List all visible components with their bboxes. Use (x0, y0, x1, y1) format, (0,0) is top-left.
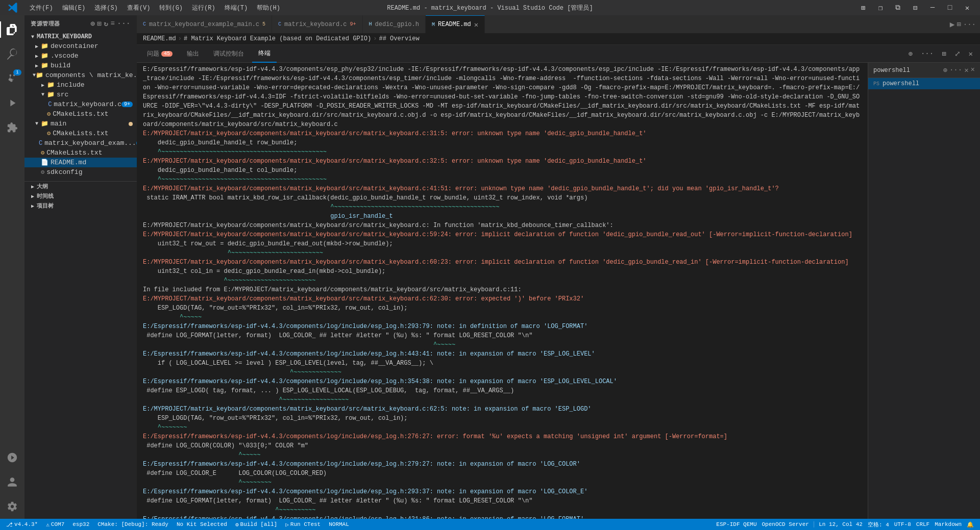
statusbar-spaces[interactable]: 空格: 4 (866, 521, 891, 528)
statusbar-run-ctest[interactable]: ▷ Run CTest (283, 521, 323, 528)
statusbar-no-kit[interactable]: No Kit Selected (175, 521, 229, 527)
tab-readme[interactable]: M README.md ✕ (426, 15, 485, 33)
window-layout-btn[interactable]: ⊞ (855, 0, 871, 15)
menu-edit[interactable]: 编辑(E) (58, 3, 90, 13)
split-editor-btn[interactable]: ⊞ (957, 20, 961, 29)
statusbar-git[interactable]: ⎇ v4.4.3* (4, 521, 40, 528)
statusbar-normal[interactable]: NORMAL (327, 521, 351, 527)
statusbar-sep1: | (812, 521, 816, 528)
window-layout-btn4[interactable]: ⊟ (908, 0, 923, 15)
menu-terminal[interactable]: 终端(T) (220, 3, 252, 13)
statusbar-encoding[interactable]: UTF-8 (892, 521, 913, 527)
window-layout-btn2[interactable]: ❐ (873, 0, 888, 15)
tree-matrix-keyboard-c[interactable]: C matrix_keyboard.c 9+ (24, 99, 137, 109)
outline-section[interactable]: ▶ 大纲 (24, 182, 137, 191)
tree-matrix-example[interactable]: C matrix_keyboard_exam... 5 (24, 138, 137, 148)
components-label: components \ matrix_ke... (45, 71, 137, 79)
more-actions-icon[interactable]: ··· (117, 19, 131, 28)
breadcrumb-h2[interactable]: ## Overview (379, 35, 419, 42)
tree-main[interactable]: ▼ 📁 main (24, 119, 137, 129)
new-folder-icon[interactable]: ⊞ (97, 19, 102, 28)
tree-readme[interactable]: 📄 README.md (24, 158, 137, 167)
statusbar-cmake[interactable]: CMake: [Debug]: Ready (95, 521, 170, 527)
activity-extensions[interactable] (0, 115, 24, 140)
statusbar-eol[interactable]: CRLF (914, 521, 932, 527)
tab-badge-main: 5 (262, 21, 265, 27)
menu-file[interactable]: 文件(F) (26, 3, 57, 13)
activity-account[interactable] (0, 470, 24, 494)
tree-cmake-root[interactable]: ⚙ CMakeLists.txt (24, 148, 137, 158)
right-panel-add-icon[interactable]: ⊕ (943, 66, 947, 74)
build-icon: ⚙ (235, 521, 239, 528)
included-from: In file included from E:/MYPROJECT/matri… (143, 285, 862, 294)
new-file-icon[interactable]: ⊕ (91, 19, 95, 28)
tab-matrix-c-label: matrix_keyboard.c (284, 21, 347, 28)
activity-run-debug[interactable] (0, 91, 24, 115)
refresh-icon[interactable]: ↻ (104, 19, 108, 28)
minimize-btn[interactable]: ─ (925, 0, 940, 15)
panel-tab-debug[interactable]: 调试控制台 (207, 45, 250, 63)
panel-tab-output[interactable]: 输出 (181, 45, 205, 63)
tree-devcontainer[interactable]: ▶ 📁 devcontainer (24, 41, 137, 51)
activity-settings[interactable] (0, 494, 24, 519)
collapse-all-icon[interactable]: ≡ (110, 19, 115, 28)
timeline-section[interactable]: ▶ 时间线 (24, 191, 137, 201)
statusbar-build[interactable]: ⚙ Build [all] (233, 521, 279, 528)
panel-close-btn[interactable]: ✕ (966, 48, 976, 59)
panel-tab-terminal[interactable]: 终端 (252, 45, 277, 63)
tree-build[interactable]: ▶ 📁 build (24, 61, 137, 70)
statusbar-notifications[interactable]: 🔔 (965, 521, 976, 528)
error7-code: #define LOG_COLOR(COLOR) "\033[0;" COLOR… (143, 441, 862, 450)
statusbar-lang[interactable]: Markdown (933, 521, 964, 527)
close-btn[interactable]: ✕ (960, 0, 975, 15)
breadcrumb-readme[interactable]: README.md (143, 35, 176, 42)
tab-matrix-main[interactable]: C matrix_keyboard_example_main.c 5 (137, 15, 272, 33)
terminal-item-powershell[interactable]: PS powershell (868, 78, 980, 89)
panel-tab-problems[interactable]: 问题 45 (141, 45, 179, 63)
folder-icon7: 📁 (41, 120, 48, 128)
terminal-content[interactable]: E:/Espressif/frameworks/esp-idf-v4.4.3/c… (137, 63, 868, 519)
activity-remote[interactable] (0, 445, 24, 470)
panel-more-btn[interactable]: ··· (918, 48, 937, 59)
tree-sdkconfig[interactable]: ⚙ sdkconfig (24, 167, 137, 177)
error1-code: dedic_gpio_bundle_handle_t row_bundle; (143, 138, 862, 147)
menu-help[interactable]: 帮助(H) (253, 3, 284, 13)
tree-cmake-components[interactable]: ⚙ CMakeLists.txt (24, 109, 137, 119)
statusbar-openocd[interactable]: OpenOCD Server (760, 521, 811, 527)
activity-explorer[interactable] (0, 17, 24, 42)
tree-include[interactable]: ▶ 📁 include (24, 80, 137, 90)
terminal-ps-label: powershell (883, 80, 919, 87)
tree-vscode[interactable]: ▶ 📁 .vscode (24, 51, 137, 61)
more-tabs-btn[interactable]: ··· (963, 20, 976, 29)
error-label: COM7 (51, 521, 64, 527)
activity-source-control[interactable]: 1 (0, 66, 24, 91)
tree-root[interactable]: ▼ MATRIX_KEYBOARD (24, 32, 137, 41)
right-panel-more-icon[interactable]: ··· (949, 66, 962, 74)
statusbar-ln-col[interactable]: Ln 12, Col 42 (817, 521, 865, 527)
right-panel-kill-icon[interactable]: ✕ (964, 66, 968, 74)
menu-view[interactable]: 查看(V) (123, 3, 155, 13)
project-tree-section[interactable]: ▶ 项目树 (24, 201, 137, 211)
tree-components[interactable]: ▼ 📁 components \ matrix_ke... (24, 70, 137, 80)
run-btn[interactable]: ▶ (950, 19, 955, 30)
maximize-btn[interactable]: □ (942, 0, 958, 15)
breadcrumb-h1[interactable]: # Matrix Keyboard Example (based on Dedi… (184, 35, 371, 42)
tree-cmake-main[interactable]: ⚙ CMakeLists.txt (24, 129, 137, 138)
timeline-arrow: ▶ (29, 193, 37, 199)
panel-maximize-btn[interactable]: ⤢ (951, 48, 964, 59)
right-panel-close-icon[interactable]: × (971, 66, 975, 74)
statusbar-esp-idf[interactable]: ESP-IDF QEMU (714, 521, 758, 527)
menu-select[interactable]: 选择(S) (90, 3, 122, 13)
statusbar-errors[interactable]: ⚠ COM7 (44, 521, 66, 528)
tab-dedic[interactable]: H dedic_gpio.h (363, 15, 426, 33)
panel-split-btn[interactable]: ⊞ (939, 48, 949, 59)
tree-src[interactable]: ▼ 📁 src (24, 90, 137, 99)
panel-add-btn[interactable]: ⊕ (905, 48, 915, 59)
tab-readme-close[interactable]: ✕ (474, 20, 478, 29)
statusbar-chip[interactable]: esp32 (70, 521, 91, 527)
window-layout-btn3[interactable]: ⧉ (890, 0, 905, 15)
menu-goto[interactable]: 转到(G) (155, 3, 187, 13)
activity-search[interactable] (0, 42, 24, 66)
menu-run[interactable]: 运行(R) (188, 3, 219, 13)
tab-matrix-c[interactable]: C matrix_keyboard.c 9+ (272, 15, 362, 33)
